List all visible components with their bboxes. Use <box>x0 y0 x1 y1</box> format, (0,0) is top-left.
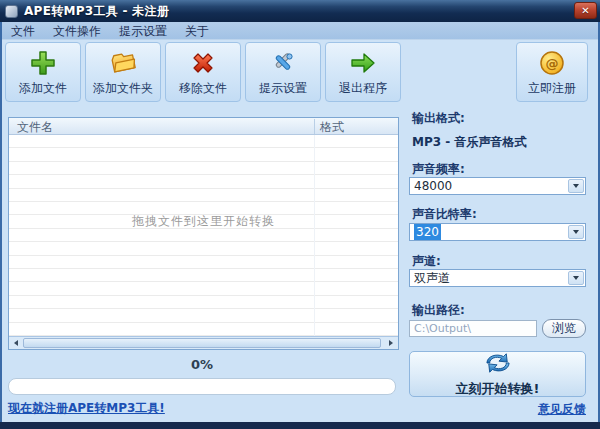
add-file-plus-icon <box>30 46 56 80</box>
channel-dropdown[interactable]: 双声道 <box>409 269 586 287</box>
toolbar-button-label: 立即注册 <box>528 80 576 97</box>
settings-tools-icon <box>270 46 296 80</box>
titlebar: APE转MP3工具 - 未注册 ✕ <box>0 0 600 22</box>
register-now-link[interactable]: 现在就注册APE转MP3工具! <box>8 400 165 417</box>
output-path-label: 输出路径: <box>412 302 465 319</box>
menu-item-about[interactable]: 关于 <box>176 22 218 40</box>
toolbar-button-label: 添加文件夹 <box>93 80 153 97</box>
start-convert-button[interactable]: 立刻开始转换! <box>409 351 586 397</box>
add-folder-icon <box>108 46 138 80</box>
close-button[interactable]: ✕ <box>574 2 597 19</box>
chevron-down-icon[interactable] <box>568 179 584 193</box>
output-format-label: 输出格式: <box>412 110 465 127</box>
remove-file-x-icon <box>190 46 216 80</box>
menu-item-file-operations[interactable]: 文件操作 <box>44 22 110 40</box>
scrollbar-thumb[interactable] <box>23 338 381 348</box>
toolbar-button-label: 提示设置 <box>259 80 307 97</box>
exit-arrow-icon <box>349 46 377 80</box>
drag-drop-hint: 拖拽文件到这里开始转换 <box>9 213 398 230</box>
horizontal-scrollbar[interactable] <box>9 336 398 349</box>
frequency-value: 48000 <box>414 178 568 194</box>
register-now-button[interactable]: @ 立即注册 <box>516 42 588 102</box>
browse-button[interactable]: 浏览 <box>542 319 586 338</box>
column-divider <box>314 135 315 336</box>
feedback-link[interactable]: 意见反馈 <box>409 401 586 418</box>
sync-arrows-icon <box>483 351 513 379</box>
bitrate-value: 320 <box>414 224 441 240</box>
toolbar-button-label: 移除文件 <box>179 80 227 97</box>
exit-program-button[interactable]: 退出程序 <box>325 42 401 102</box>
window-title: APE转MP3工具 - 未注册 <box>24 3 169 20</box>
progress-percent: 0% <box>8 357 396 372</box>
file-list-header: 文件名 格式 <box>9 118 398 135</box>
channel-value: 双声道 <box>414 270 568 286</box>
window-border-left <box>0 22 2 422</box>
chevron-down-icon[interactable] <box>568 225 584 239</box>
menu-item-file[interactable]: 文件 <box>2 22 44 40</box>
bitrate-label: 声音比特率: <box>412 206 477 223</box>
output-path-input[interactable] <box>409 320 537 337</box>
app-window: APE转MP3工具 - 未注册 ✕ 文件 文件操作 提示设置 关于 添加文件 <box>0 0 600 429</box>
column-header-filename[interactable]: 文件名 <box>17 119 53 135</box>
bitrate-dropdown[interactable]: 320 <box>409 223 586 241</box>
add-folder-button[interactable]: 添加文件夹 <box>85 42 161 102</box>
add-file-button[interactable]: 添加文件 <box>5 42 81 102</box>
chevron-down-icon[interactable] <box>568 271 584 285</box>
frequency-dropdown[interactable]: 48000 <box>409 177 586 195</box>
file-list-drop-area[interactable]: 拖拽文件到这里开始转换 <box>9 135 398 336</box>
remove-file-button[interactable]: 移除文件 <box>165 42 241 102</box>
channel-label: 声道: <box>412 253 441 270</box>
scroll-right-arrow-icon[interactable] <box>385 338 397 348</box>
prompt-settings-button[interactable]: 提示设置 <box>245 42 321 102</box>
menu-bar: 文件 文件操作 提示设置 关于 <box>0 22 600 40</box>
toolbar: 添加文件 添加文件夹 <box>0 40 600 106</box>
window-border-bottom <box>0 422 600 429</box>
toolbar-button-label: 退出程序 <box>339 80 387 97</box>
column-header-format[interactable]: 格式 <box>320 119 344 135</box>
column-divider <box>314 119 315 134</box>
scroll-left-arrow-icon[interactable] <box>10 338 22 348</box>
frequency-label: 声音频率: <box>412 161 465 178</box>
convert-button-label: 立刻开始转换! <box>456 380 540 398</box>
output-format-value: MP3 - 音乐声音格式 <box>412 134 526 151</box>
app-icon <box>5 5 18 18</box>
gold-coin-icon: @ <box>539 46 565 80</box>
file-list-panel: 文件名 格式 拖拽文件到这里开始转换 <box>8 117 399 350</box>
progress-bar <box>8 378 396 395</box>
svg-text:@: @ <box>546 56 559 71</box>
menu-item-prompt-settings[interactable]: 提示设置 <box>110 22 176 40</box>
toolbar-button-label: 添加文件 <box>19 80 67 97</box>
